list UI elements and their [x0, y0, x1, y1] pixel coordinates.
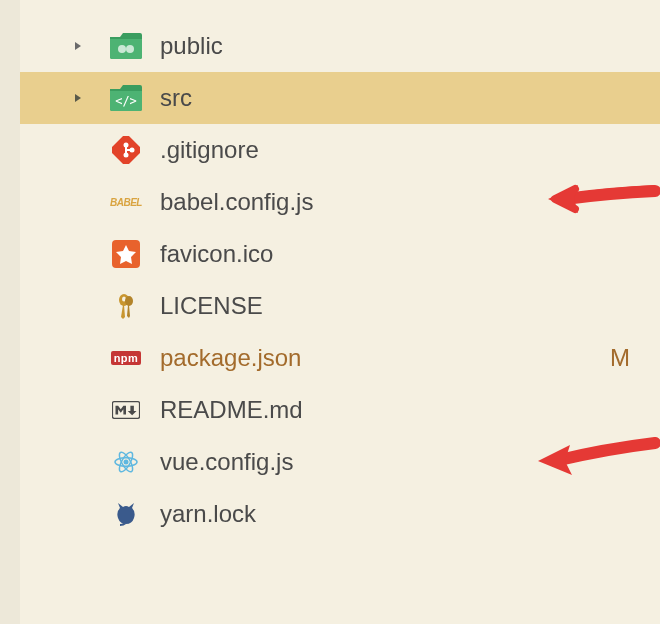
- svg-point-1: [126, 45, 134, 53]
- modified-badge: M: [610, 344, 630, 372]
- tree-item-src[interactable]: </> src: [20, 72, 660, 124]
- tree-item-label: package.json: [160, 344, 610, 372]
- tree-item-package-json[interactable]: npm package.json M: [20, 332, 660, 384]
- markdown-icon: [110, 394, 142, 426]
- babel-icon: BABEL: [110, 186, 142, 218]
- tree-item-label: babel.config.js: [160, 188, 540, 216]
- chevron-right-icon: [68, 40, 88, 52]
- tree-item-yarn-lock[interactable]: yarn.lock: [20, 488, 660, 540]
- tree-item-label: LICENSE: [160, 292, 660, 320]
- tree-item-label: vue.config.js: [160, 448, 530, 476]
- tree-item-label: public: [160, 32, 660, 60]
- tree-item-license[interactable]: LICENSE: [20, 280, 660, 332]
- tree-item-label: .gitignore: [160, 136, 660, 164]
- npm-icon: npm: [110, 342, 142, 374]
- favicon-icon: [110, 238, 142, 270]
- yarn-cat-icon: [110, 498, 142, 530]
- svg-point-14: [124, 460, 129, 465]
- tree-item-gitignore[interactable]: .gitignore: [20, 124, 660, 176]
- license-key-icon: [110, 290, 142, 322]
- tree-item-favicon[interactable]: favicon.ico: [20, 228, 660, 280]
- tree-item-label: favicon.ico: [160, 240, 660, 268]
- svg-text:</>: </>: [115, 94, 137, 108]
- folder-src-icon: </>: [110, 82, 142, 114]
- git-icon: [110, 134, 142, 166]
- tree-item-label: README.md: [160, 396, 660, 424]
- react-atom-icon: [110, 446, 142, 478]
- tree-item-readme[interactable]: README.md: [20, 384, 660, 436]
- chevron-right-icon: [68, 92, 88, 104]
- tree-item-label: yarn.lock: [160, 500, 660, 528]
- folder-public-icon: [110, 30, 142, 62]
- tree-item-label: src: [160, 84, 660, 112]
- tree-item-babel-config[interactable]: BABEL babel.config.js: [20, 176, 660, 228]
- arrow-annotation-icon: [530, 437, 660, 487]
- arrow-annotation-icon: [540, 179, 660, 225]
- svg-point-0: [118, 45, 126, 53]
- tree-item-public[interactable]: public: [20, 20, 660, 72]
- tree-item-vue-config[interactable]: vue.config.js: [20, 436, 660, 488]
- svg-point-12: [125, 296, 133, 306]
